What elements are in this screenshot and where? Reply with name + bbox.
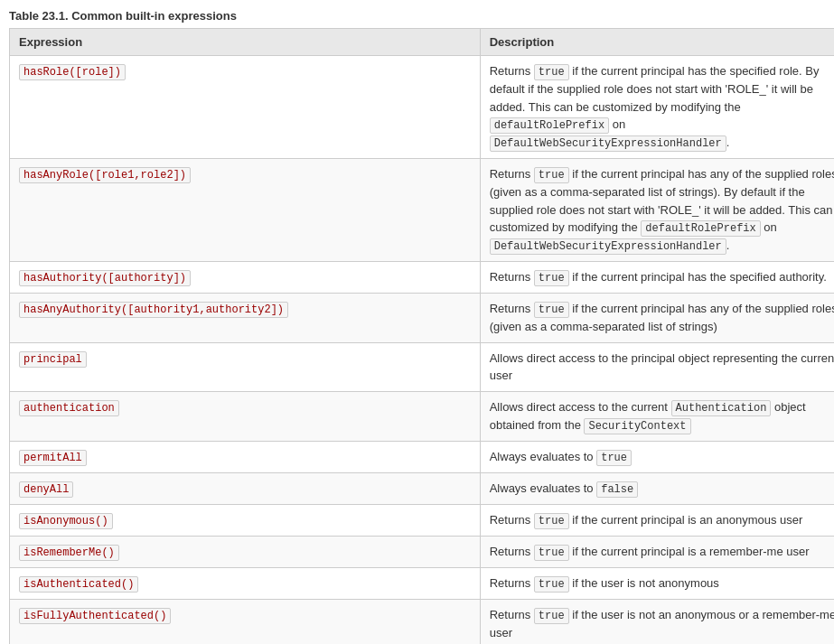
expression-cell: denyAll [10, 472, 481, 504]
expression-cell: hasRole([role]) [10, 56, 481, 159]
table-row: hasAnyRole([role1,role2]) Returns true i… [10, 159, 835, 262]
table-row: authentication Allows direct access to t… [10, 391, 835, 441]
table-title: Table 23.1. Common built-in expressions [9, 9, 825, 23]
keyword-true: true [534, 545, 569, 561]
description-cell: Returns true if the current principal ha… [480, 262, 834, 294]
expression-cell: isRememberMe() [10, 536, 481, 567]
keyword-false: false [596, 481, 638, 498]
keyword-true: true [534, 302, 569, 318]
expression-cell: hasAnyRole([role1,role2]) [10, 159, 481, 262]
table-row: permitAll Always evaluates to true [10, 441, 835, 472]
code-defaultRolePrefix: defaultRolePrefix [490, 117, 609, 134]
code-expression: principal [19, 351, 87, 368]
col-header-description: Description [480, 29, 834, 56]
keyword-true: true [596, 450, 632, 466]
keyword-true: true [534, 576, 569, 593]
table-row: isRememberMe() Returns true if the curre… [10, 536, 835, 567]
code-expression: hasAuthority([authority]) [19, 270, 191, 286]
expression-cell: isFullyAuthenticated() [10, 599, 481, 644]
table-row: hasAnyAuthority([authority1,authority2])… [10, 294, 835, 343]
description-cell: Allows direct access to the current Auth… [480, 391, 834, 441]
table-row: isFullyAuthenticated() Returns true if t… [10, 599, 835, 644]
description-cell: Always evaluates to false [480, 472, 834, 504]
expressions-table: Expression Description hasRole([role]) R… [9, 28, 834, 644]
description-cell: Always evaluates to true [480, 441, 834, 472]
code-expression: hasAnyAuthority([authority1,authority2]) [19, 302, 288, 318]
code-defaultRolePrefix2: defaultRolePrefix [641, 220, 760, 237]
table-row: principal Allows direct access to the pr… [10, 342, 835, 391]
code-Authentication: Authentication [671, 400, 772, 416]
description-cell: Returns true if the current principal is… [480, 504, 834, 536]
keyword-true: true [534, 167, 569, 183]
code-expression: permitAll [19, 450, 87, 466]
code-expression: isAnonymous() [19, 513, 113, 529]
description-cell: Allows direct access to the principal ob… [480, 342, 834, 391]
code-expression: authentication [19, 400, 119, 416]
keyword-true: true [534, 64, 569, 80]
keyword-true: true [534, 270, 569, 286]
expression-cell: hasAnyAuthority([authority1,authority2]) [10, 294, 481, 343]
description-cell: Returns true if the user is not anonymou… [480, 567, 834, 599]
code-DefaultWebSecurityExpressionHandler: DefaultWebSecurityExpressionHandler [490, 135, 726, 152]
table-row: denyAll Always evaluates to false [10, 472, 835, 504]
description-cell: Returns true if the current principal ha… [480, 56, 834, 159]
expression-cell: isAuthenticated() [10, 567, 481, 599]
code-expression: isRememberMe() [19, 545, 119, 561]
keyword-true: true [534, 513, 569, 529]
description-cell: Returns true if the current principal is… [480, 536, 834, 567]
table-row: isAuthenticated() Returns true if the us… [10, 567, 835, 599]
code-expression: isAuthenticated() [19, 576, 138, 593]
code-expression: isFullyAuthenticated() [19, 608, 171, 624]
table-row: hasAuthority([authority]) Returns true i… [10, 262, 835, 294]
expression-cell: permitAll [10, 441, 481, 472]
col-header-expression: Expression [10, 29, 481, 56]
expression-cell: isAnonymous() [10, 504, 481, 536]
code-expression: denyAll [19, 481, 73, 498]
description-cell: Returns true if the current principal ha… [480, 159, 834, 262]
expression-cell: authentication [10, 391, 481, 441]
description-cell: Returns true if the current principal ha… [480, 294, 834, 343]
code-SecurityContext: SecurityContext [584, 418, 690, 434]
expression-cell: hasAuthority([authority]) [10, 262, 481, 294]
code-DefaultWebSecurityExpressionHandler2: DefaultWebSecurityExpressionHandler [490, 238, 726, 255]
code-expression: hasAnyRole([role1,role2]) [19, 167, 191, 183]
table-row: isAnonymous() Returns true if the curren… [10, 504, 835, 536]
code-expression: hasRole([role]) [19, 64, 126, 80]
keyword-true: true [534, 608, 569, 624]
description-cell: Returns true if the user is not an anony… [480, 599, 834, 644]
expression-cell: principal [10, 342, 481, 391]
table-row: hasRole([role]) Returns true if the curr… [10, 56, 835, 159]
